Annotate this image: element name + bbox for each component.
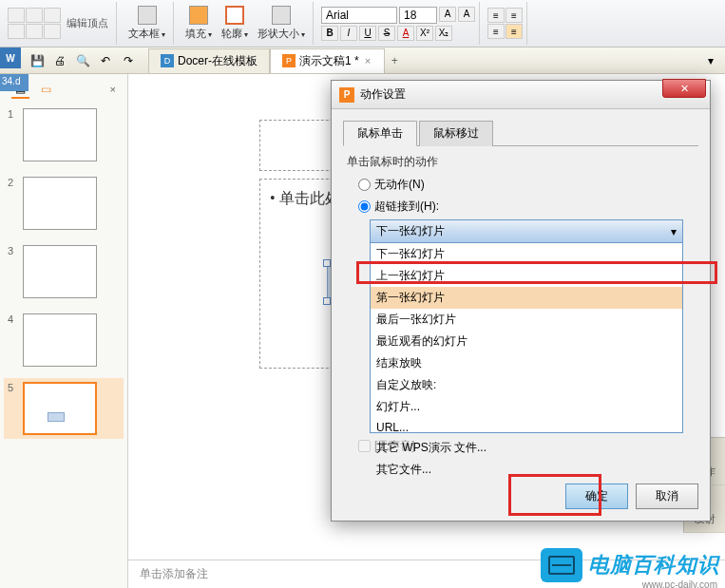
thumb-panel-close[interactable]: × xyxy=(110,84,116,95)
quick-access-bar: 📁 💾 🖨 🔍 ↶ ↷ D Docer-在线模板 P 演示文稿1 * × + ▾ xyxy=(0,47,725,74)
combo-item-4[interactable]: 最近观看的幻灯片 xyxy=(371,331,682,352)
superscript-button[interactable]: X² xyxy=(416,26,433,41)
docer-icon: D xyxy=(161,54,174,67)
ok-button[interactable]: 确定 xyxy=(565,484,628,509)
action-settings-dialog: ✕ P 动作设置 鼠标单击 鼠标移过 单击鼠标时的动作 无动作(N) 超链接到(… xyxy=(331,80,711,522)
tab-mouse-click[interactable]: 鼠标单击 xyxy=(343,121,417,146)
sound-checkbox xyxy=(358,440,371,452)
combo-item-0[interactable]: 下一张幻灯片 xyxy=(371,243,682,265)
thumb-tab-slides[interactable]: ▭ xyxy=(37,81,55,98)
file-strip-label: 34.d xyxy=(0,74,29,91)
radio-no-action-label: 无动作(N) xyxy=(374,177,425,193)
thumb-slide-4[interactable]: 4 xyxy=(4,310,124,370)
slide-view-icon: ▭ xyxy=(41,83,51,96)
chevron-down-icon: ▾ xyxy=(671,225,677,238)
watermark-text: 电脑百科知识 xyxy=(588,551,719,579)
watermark-logo: 电脑百科知识 xyxy=(541,548,719,582)
subscript-button[interactable]: X₂ xyxy=(435,26,452,41)
tab-close-button[interactable]: × xyxy=(363,55,372,66)
radio-hyperlink-label: 超链接到(H): xyxy=(374,199,439,215)
preview-button[interactable]: 🔍 xyxy=(72,50,93,71)
tab-add-button[interactable]: + xyxy=(385,54,404,67)
print-button[interactable]: 🖨 xyxy=(49,50,70,71)
wps-logo-icon: W xyxy=(0,47,21,68)
shape-mini-5[interactable] xyxy=(26,24,43,39)
shape-mini-4[interactable] xyxy=(8,24,25,39)
combo-item-2[interactable]: 第一张幻灯片 xyxy=(371,287,682,309)
hyperlink-combo[interactable]: 下一张幻灯片 ▾ xyxy=(370,219,683,243)
textbox-button[interactable]: 文本框▾ xyxy=(124,4,169,43)
combo-item-7[interactable]: 幻灯片... xyxy=(371,396,682,418)
resize-handle-tl[interactable] xyxy=(323,259,331,267)
cancel-button[interactable]: 取消 xyxy=(636,484,698,509)
thumb-slide-2[interactable]: 2 xyxy=(4,173,124,234)
font-color-button[interactable]: A xyxy=(397,26,414,41)
italic-button[interactable]: I xyxy=(340,26,357,41)
ribbon-toolbar: 编辑顶点 文本框▾ 填充▾ 轮廓▾ 形状大小▾ A A xyxy=(0,0,725,47)
strike-button[interactable]: S xyxy=(378,26,395,41)
window-options-button[interactable]: ▾ xyxy=(700,50,721,71)
combo-item-5[interactable]: 结束放映 xyxy=(371,352,682,374)
thumb-slide-5[interactable]: 5 xyxy=(4,378,124,439)
tab-docer-label: Docer-在线模板 xyxy=(178,53,258,69)
numbering-button[interactable]: ≡ xyxy=(506,8,523,23)
combo-item-9[interactable]: 其它 WPS演示 文件... xyxy=(371,437,682,459)
underline-button[interactable]: U xyxy=(359,26,376,41)
edit-vertex-button[interactable]: 编辑顶点 xyxy=(63,14,112,32)
thumb-slide-1[interactable]: 1 xyxy=(4,104,124,165)
bold-button[interactable]: B xyxy=(321,26,338,41)
dialog-titlebar[interactable]: P 动作设置 xyxy=(332,81,710,109)
bullets-button[interactable]: ≡ xyxy=(487,8,505,23)
tab-presentation-label: 演示文稿1 * xyxy=(299,53,359,69)
resize-handle-bl[interactable] xyxy=(323,297,331,305)
thumbnail-panel: ▤ ▭ × 12345 xyxy=(0,74,128,588)
shape-mini-6[interactable] xyxy=(44,24,61,39)
watermark-icon xyxy=(541,548,582,582)
grow-font-button[interactable]: A xyxy=(439,7,456,22)
tab-docer[interactable]: D Docer-在线模板 xyxy=(148,48,270,73)
shrink-font-button[interactable]: A xyxy=(458,7,475,22)
combo-item-6[interactable]: 自定义放映: xyxy=(371,374,682,396)
dialog-app-icon: P xyxy=(339,87,354,103)
dialog-close-button[interactable]: ✕ xyxy=(662,79,706,98)
thumb-slide-3[interactable]: 3 xyxy=(4,241,124,302)
font-size-select[interactable] xyxy=(399,7,437,24)
undo-button[interactable]: ↶ xyxy=(95,50,116,71)
dialog-title-text: 动作设置 xyxy=(360,86,702,103)
radio-no-action[interactable] xyxy=(358,179,371,191)
shape-mini-3[interactable] xyxy=(44,8,61,23)
save-button[interactable]: 💾 xyxy=(27,50,48,71)
hyperlink-combo-list: 下一张幻灯片上一张幻灯片第一张幻灯片最后一张幻灯片最近观看的幻灯片结束放映自定义… xyxy=(370,243,683,433)
presentation-icon: P xyxy=(282,54,296,67)
outline-button[interactable]: 轮廓▾ xyxy=(218,4,252,43)
radio-hyperlink[interactable] xyxy=(358,200,371,213)
combo-item-1[interactable]: 上一张幻灯片 xyxy=(371,265,682,287)
align-center-button[interactable]: ≡ xyxy=(506,24,523,39)
fill-button[interactable]: 填充▾ xyxy=(181,4,216,43)
shape-mini-2[interactable] xyxy=(26,8,43,23)
font-name-select[interactable] xyxy=(321,7,397,24)
watermark-url: www.pc-daily.com xyxy=(642,579,717,588)
shape-size-icon xyxy=(272,6,291,25)
redo-button[interactable]: ↷ xyxy=(118,50,139,71)
align-left-button[interactable]: ≡ xyxy=(487,24,505,39)
combo-item-3[interactable]: 最后一张幻灯片 xyxy=(371,309,682,331)
action-group-label: 单击鼠标时的动作 xyxy=(347,154,695,170)
textbox-icon xyxy=(138,6,157,25)
shape-mini-1[interactable] xyxy=(8,8,25,23)
tab-presentation[interactable]: P 演示文稿1 * × xyxy=(270,48,385,73)
combo-item-8[interactable]: URL... xyxy=(371,418,682,437)
outline-icon xyxy=(225,6,244,25)
shape-size-button[interactable]: 形状大小▾ xyxy=(254,4,309,43)
fill-icon xyxy=(189,6,208,25)
tab-mouse-hover[interactable]: 鼠标移过 xyxy=(419,121,493,146)
